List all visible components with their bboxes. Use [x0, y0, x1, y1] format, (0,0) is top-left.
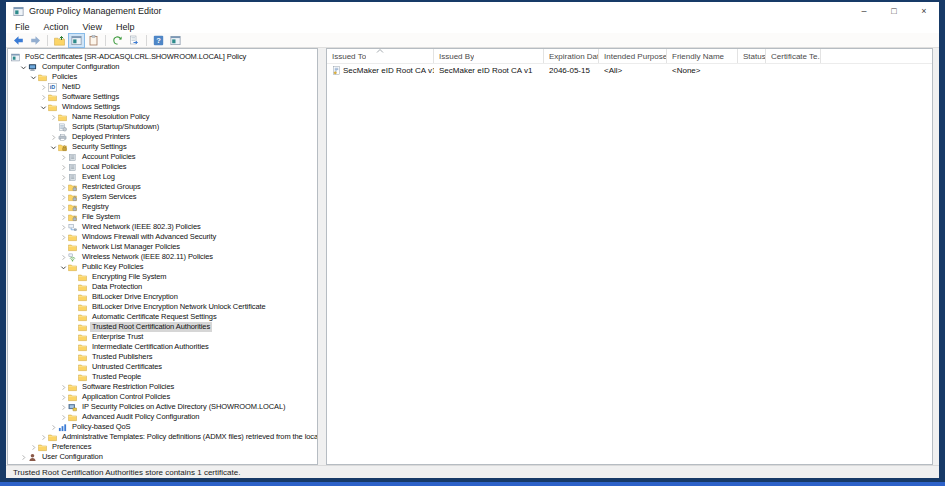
export-list-button[interactable] [127, 34, 142, 47]
tree-item[interactable]: PoSC Certificates [SR-ADCASQLCRL.SHOWROO… [8, 52, 317, 62]
chevron-right-icon[interactable] [38, 84, 48, 91]
column-header[interactable]: Intended Purposes [599, 49, 667, 63]
column-header[interactable]: Issued By [434, 49, 544, 63]
chevron-right-icon[interactable] [58, 164, 68, 171]
policy-book-icon [68, 153, 80, 162]
refresh-button[interactable] [110, 34, 125, 47]
tree-item[interactable]: Security Settings [8, 142, 317, 152]
tree-item[interactable]: Trusted Root Certification Authorities [8, 322, 317, 332]
tree-item[interactable]: Policy-based QoS [8, 422, 317, 432]
menu-item-view[interactable]: View [76, 22, 109, 32]
tree-item[interactable]: Encrypting File System [8, 272, 317, 282]
tree-item[interactable]: System Services [8, 192, 317, 202]
column-header[interactable]: Friendly Name [667, 49, 738, 63]
minimize-button[interactable]: – [849, 2, 879, 20]
clipboard-button[interactable] [86, 34, 101, 47]
tree-item[interactable]: Scripts (Startup/Shutdown) [8, 122, 317, 132]
chevron-right-icon[interactable] [58, 204, 68, 211]
tree-item-label: Untrusted Certificates [90, 362, 164, 372]
chevron-right-icon[interactable] [58, 384, 68, 391]
chevron-right-icon[interactable] [58, 234, 68, 241]
column-header[interactable]: Expiration Date [544, 49, 599, 63]
tree-item[interactable]: Intermediate Certification Authorities [8, 342, 317, 352]
chevron-right-icon[interactable] [38, 434, 48, 441]
chevron-right-icon[interactable] [58, 404, 68, 411]
table-row[interactable]: SecMaker eID Root CA v1SecMaker eID Root… [327, 64, 932, 76]
tree-item[interactable]: IP Security Policies on Active Directory… [8, 402, 317, 412]
folder-icon [78, 343, 90, 352]
tree-item[interactable]: Software Settings [8, 92, 317, 102]
console-tree-pane[interactable]: PoSC Certificates [SR-ADCASQLCRL.SHOWROO… [7, 48, 318, 465]
show-console-tree-button[interactable] [69, 34, 84, 47]
chevron-right-icon[interactable] [48, 134, 58, 141]
menu-item-help[interactable]: Help [109, 22, 142, 32]
tree-item[interactable]: Windows Settings [8, 102, 317, 112]
tree-item[interactable]: Registry [8, 202, 317, 212]
snapin-window-button[interactable] [168, 34, 183, 47]
tree-item[interactable]: Windows Firewall with Advanced Security [8, 232, 317, 242]
chevron-down-icon[interactable] [48, 144, 58, 151]
column-header[interactable]: Issued To [327, 49, 434, 63]
chevron-right-icon[interactable] [58, 414, 68, 421]
column-header[interactable]: Certificate Te... [766, 49, 821, 63]
chevron-right-icon[interactable] [48, 424, 58, 431]
tree-item[interactable]: Automatic Certificate Request Settings [8, 312, 317, 322]
tree-item[interactable]: Administrative Templates: Policy definit… [8, 432, 317, 442]
close-button[interactable]: × [909, 2, 939, 20]
chevron-right-icon[interactable] [28, 444, 38, 451]
tree-item[interactable]: Wireless Network (IEEE 802.11) Policies [8, 252, 317, 262]
back-button[interactable] [11, 34, 26, 47]
chevron-right-icon[interactable] [58, 254, 68, 261]
pane-divider[interactable] [318, 48, 326, 465]
chevron-right-icon[interactable] [58, 154, 68, 161]
tree-item[interactable]: Software Restriction Policies [8, 382, 317, 392]
tree-item[interactable]: Wired Network (IEEE 802.3) Policies [8, 222, 317, 232]
chevron-right-icon[interactable] [58, 224, 68, 231]
certificates-list-pane[interactable]: Issued ToIssued ByExpiration DateIntende… [326, 48, 933, 465]
tree-item[interactable]: Network List Manager Policies [8, 242, 317, 252]
tree-item[interactable]: Application Control Policies [8, 392, 317, 402]
chevron-right-icon[interactable] [38, 94, 48, 101]
chevron-right-icon[interactable] [18, 454, 28, 461]
tree-item[interactable]: Name Resolution Policy [8, 112, 317, 122]
tree-item[interactable]: Account Policies [8, 152, 317, 162]
tree-item[interactable]: File System [8, 212, 317, 222]
svg-text:?: ? [156, 36, 161, 45]
up-one-level-button[interactable] [52, 34, 67, 47]
tree-item[interactable]: iDNetiD [8, 82, 317, 92]
chevron-right-icon[interactable] [58, 174, 68, 181]
tree-item[interactable]: BitLocker Drive Encryption [8, 292, 317, 302]
tree-item[interactable]: Enterprise Trust [8, 332, 317, 342]
chevron-down-icon[interactable] [38, 104, 48, 111]
chevron-down-icon[interactable] [18, 64, 28, 71]
chevron-right-icon[interactable] [48, 114, 58, 121]
tree-item[interactable]: Policies [8, 72, 317, 82]
chevron-right-icon[interactable] [58, 214, 68, 221]
tree-item[interactable]: Data Protection [8, 282, 317, 292]
menu-item-action[interactable]: Action [37, 22, 76, 32]
tree-item[interactable]: Event Log [8, 172, 317, 182]
maximize-button[interactable]: □ [879, 2, 909, 20]
tree-item[interactable]: Preferences [8, 442, 317, 452]
help-button[interactable]: ? [151, 34, 166, 47]
column-header[interactable]: Status [738, 49, 766, 63]
tree-item[interactable]: Public Key Policies [8, 262, 317, 272]
tree-item[interactable]: Restricted Groups [8, 182, 317, 192]
chevron-right-icon[interactable] [58, 184, 68, 191]
tree-item[interactable]: Local Policies [8, 162, 317, 172]
tree-item[interactable]: Untrusted Certificates [8, 362, 317, 372]
menu-item-file[interactable]: File [8, 22, 37, 32]
forward-button[interactable] [28, 34, 43, 47]
chevron-down-icon[interactable] [58, 264, 68, 271]
tree-item[interactable]: Deployed Printers [8, 132, 317, 142]
chevron-down-icon[interactable] [28, 74, 38, 81]
chevron-right-icon[interactable] [58, 394, 68, 401]
chevron-right-icon[interactable] [58, 194, 68, 201]
tree-item[interactable]: BitLocker Drive Encryption Network Unloc… [8, 302, 317, 312]
tree-item[interactable]: User Configuration [8, 452, 317, 462]
tree-item[interactable]: Trusted People [8, 372, 317, 382]
tree-item[interactable]: Trusted Publishers [8, 352, 317, 362]
tree-item[interactable]: Advanced Audit Policy Configuration [8, 412, 317, 422]
computer-icon [28, 63, 40, 72]
tree-item[interactable]: Computer Configuration [8, 62, 317, 72]
